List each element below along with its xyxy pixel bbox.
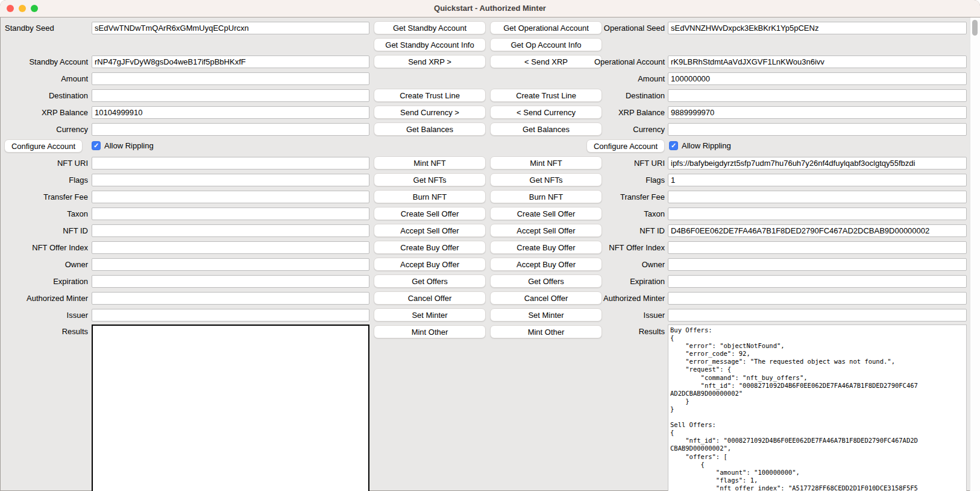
operational-get-op-account-info-button[interactable]: Get Op Account Info [490,38,602,51]
operational-expiration-input[interactable] [668,275,967,288]
form-row: Authorized MinterCancel OfferCancel Offe… [0,291,980,308]
standby-amount-input[interactable] [92,72,369,85]
operational-transfer-fee-input[interactable] [668,191,967,203]
standby-destination-input[interactable] [92,89,369,102]
operational-allow-rippling-checkbox[interactable]: ✓ [669,141,678,150]
standby-create-trust-line-button[interactable]: Create Trust Line [374,89,486,102]
form-row: NFT Offer IndexCreate Buy OfferCreate Bu… [0,240,980,257]
operational-taxon-label: Taxon [569,209,665,218]
operational-amount-input[interactable] [668,72,967,85]
standby-owner-input[interactable] [92,258,369,271]
checkmark-icon: ✓ [671,142,676,149]
standby-cancel-offer-button[interactable]: Cancel Offer [374,291,486,305]
quickstart-window: Quickstart - Authorized Minter Standby S… [0,0,980,491]
form-row: Get Standby Account InfoGet Op Account I… [0,37,980,54]
standby-destination-label: Destination [4,91,88,100]
operational-configure-account-button[interactable]: Configure Account [586,139,665,153]
standby-authorized-minter-input[interactable] [92,292,369,305]
operational-nft-id-label: NFT ID [569,226,665,235]
form-row: Standby SeedGet Standby AccountGet Opera… [0,21,980,37]
operational-allow-rippling-label: Allow Rippling [682,141,731,150]
operational-amount-label: Amount [569,74,665,83]
standby-send-currency-button[interactable]: Send Currency > [374,106,486,119]
operational-results-label: Results [569,327,665,336]
standby-nft-uri-label: NFT URI [4,159,88,168]
standby-send-xrp-button[interactable]: Send XRP > [374,55,486,68]
standby-issuer-input[interactable] [92,309,369,322]
standby-standby-seed-input[interactable] [92,22,369,34]
operational-destination-input[interactable] [668,89,967,102]
standby-create-sell-offer-button[interactable]: Create Sell Offer [374,207,486,220]
standby-accept-buy-offer-button[interactable]: Accept Buy Offer [374,258,486,271]
standby-flags-input[interactable] [92,174,369,186]
form-row: Configure Account✓Allow RipplingConfigur… [0,139,980,156]
standby-flags-label: Flags [4,176,88,185]
standby-mint-other-button[interactable]: Mint Other [374,325,486,338]
operational-transfer-fee-label: Transfer Fee [569,192,665,201]
standby-nft-id-label: NFT ID [4,226,88,235]
operational-operational-account-label: Operational Account [569,57,665,66]
operational-nft-uri-input[interactable] [668,157,967,169]
form-row: XRP BalanceSend Currency >< Send Currenc… [0,105,980,122]
checkmark-icon: ✓ [93,142,99,149]
standby-transfer-fee-input[interactable] [92,191,369,203]
standby-taxon-input[interactable] [92,207,369,220]
operational-nft-id-input[interactable] [668,224,967,237]
standby-results-textarea[interactable] [92,325,369,491]
standby-currency-input[interactable] [92,123,369,136]
operational-operational-account-input[interactable] [668,55,967,68]
standby-get-standby-account-info-button[interactable]: Get Standby Account Info [374,38,486,51]
standby-mint-nft-button[interactable]: Mint NFT [374,156,486,169]
operational-results-output[interactable]: Buy Offers: { "error": "objectNotFound",… [668,325,967,491]
operational-issuer-input[interactable] [668,309,967,322]
operational-owner-input[interactable] [668,258,967,271]
standby-configure-account-button[interactable]: Configure Account [4,139,83,153]
standby-allow-rippling-checkbox[interactable]: ✓ [92,141,101,150]
standby-create-buy-offer-button[interactable]: Create Buy Offer [374,241,486,254]
operational-authorized-minter-input[interactable] [668,292,967,305]
form-row: Standby AccountSend XRP >< Send XRPOpera… [0,54,980,71]
form-row: TaxonCreate Sell OfferCreate Sell OfferT… [0,206,980,223]
standby-amount-label: Amount [4,74,88,83]
form-row: OwnerAccept Buy OfferAccept Buy OfferOwn… [0,257,980,274]
form-row: DestinationCreate Trust LineCreate Trust… [0,88,980,105]
standby-get-standby-account-button[interactable]: Get Standby Account [374,21,486,34]
form-row: AmountAmount [0,71,980,88]
vertical-scrollbar-thumb[interactable] [972,20,978,36]
form-row: Transfer FeeBurn NFTBurn NFTTransfer Fee [0,189,980,206]
standby-standby-account-label: Standby Account [4,57,88,66]
standby-nft-offer-index-label: NFT Offer Index [4,243,88,252]
standby-nft-offer-index-input[interactable] [92,241,369,254]
operational-taxon-input[interactable] [668,207,967,220]
form-row: ResultsMint OtherMint OtherResultsBuy Of… [0,325,980,341]
operational-nft-offer-index-label: NFT Offer Index [569,243,665,252]
standby-standby-account-input[interactable] [92,55,369,68]
window-title: Quickstart - Authorized Minter [0,0,980,17]
standby-nft-uri-input[interactable] [92,157,369,169]
standby-currency-label: Currency [4,125,88,134]
operational-expiration-label: Expiration [569,277,665,286]
standby-taxon-label: Taxon [4,209,88,218]
standby-get-nfts-button[interactable]: Get NFTs [374,173,486,186]
form-row: IssuerSet MinterSet MinterIssuer [0,308,980,325]
vertical-scrollbar[interactable] [970,17,980,491]
form-row: NFT URIMint NFTMint NFTNFT URI [0,156,980,173]
standby-accept-sell-offer-button[interactable]: Accept Sell Offer [374,224,486,237]
operational-xrp-balance-input[interactable] [668,106,967,119]
form-row: CurrencyGet BalancesGet BalancesCurrency [0,122,980,139]
standby-xrp-balance-input[interactable] [92,106,369,119]
operational-owner-label: Owner [569,260,665,269]
standby-set-minter-button[interactable]: Set Minter [374,308,486,322]
standby-expiration-input[interactable] [92,275,369,288]
standby-get-offers-button[interactable]: Get Offers [374,274,486,288]
standby-nft-id-input[interactable] [92,224,369,237]
operational-nft-uri-label: NFT URI [569,159,665,168]
standby-burn-nft-button[interactable]: Burn NFT [374,190,486,203]
standby-owner-label: Owner [4,260,88,269]
operational-operational-seed-input[interactable] [668,22,967,34]
standby-get-balances-button[interactable]: Get Balances [374,122,486,136]
operational-currency-input[interactable] [668,123,967,136]
form-row: ExpirationGet OffersGet OffersExpiration [0,274,980,291]
operational-flags-input[interactable] [668,174,967,186]
operational-nft-offer-index-input[interactable] [668,241,967,254]
